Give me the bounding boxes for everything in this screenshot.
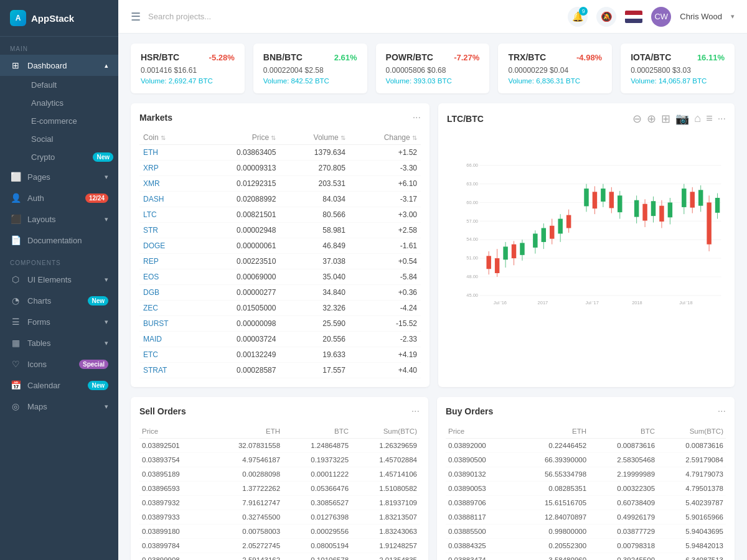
menu-toggle[interactable]: ☰ <box>131 10 141 24</box>
menu-icon[interactable]: ≡ <box>706 112 713 126</box>
order-cell: 0.20552300 <box>514 539 589 553</box>
zoom-out-icon[interactable]: ⊖ <box>632 112 642 126</box>
sidebar-item-auth[interactable]: 👤 Auth 12/24 <box>0 187 118 208</box>
sidebar-sub-dashboard: Default Analytics E-commerce Social Cryp… <box>0 76 118 166</box>
price-cell: 0.02088992 <box>197 192 280 207</box>
sidebar-item-crypto[interactable]: Crypto New <box>26 148 118 166</box>
table-row: 0.038997842.052727450.080051941.91248257 <box>139 539 420 553</box>
order-cell: 0.01276398 <box>283 510 351 525</box>
order-cell: 0.03883474 <box>446 553 514 561</box>
change-cell: +4.19 <box>349 347 421 363</box>
sidebar-item-pages[interactable]: ⬜ Pages <box>0 166 118 187</box>
sidebar-item-calendar[interactable]: 📅 Calendar New <box>0 375 118 396</box>
order-cell: 5.94842013 <box>657 539 726 553</box>
sidebar-item-icons[interactable]: ♡ Icons Special <box>0 353 118 375</box>
svg-rect-58 <box>659 206 664 222</box>
order-cell: 0.00873616 <box>589 439 657 453</box>
notifications-button[interactable]: 🔔 9 <box>568 7 588 27</box>
maps-icon: ◎ <box>10 401 21 411</box>
chart-pair: LTC/BTC <box>447 114 484 124</box>
markets-chart-row: Markets ··· Coin ⇅ Price ⇅ Volume ⇅ Chan… <box>131 103 735 387</box>
sell-orders-more[interactable]: ··· <box>411 406 420 417</box>
order-cell: 0.39245500 <box>589 553 657 561</box>
user-name[interactable]: Chris Wood <box>680 12 722 21</box>
buy-orders-header: Buy Orders ··· <box>446 406 726 417</box>
search-input[interactable] <box>148 12 285 21</box>
pages-icon: ⬜ <box>10 172 21 182</box>
sidebar-item-social[interactable]: Social <box>26 130 118 148</box>
user-menu-arrow[interactable]: ▾ <box>731 12 735 21</box>
sidebar-item-layouts[interactable]: ⬛ Layouts <box>0 208 118 230</box>
svg-text:Jul '16: Jul '16 <box>494 300 507 306</box>
sidebar-item-ecommerce[interactable]: E-commerce <box>26 112 118 130</box>
sidebar-item-dashboard[interactable]: ⊞ Dashboard <box>0 55 118 76</box>
home-icon[interactable]: ⌂ <box>694 112 701 126</box>
table-row: 0.038979327.916127470.308565271.81937109 <box>139 496 420 510</box>
sort-icon[interactable]: ⇅ <box>412 134 417 141</box>
change-cell: -4.24 <box>349 301 421 316</box>
svg-text:Jul '18: Jul '18 <box>679 300 692 306</box>
app-name: AppStack <box>31 13 74 24</box>
sidebar-item-label: Forms <box>27 317 50 327</box>
sidebar-item-maps[interactable]: ◎ Maps <box>0 396 118 417</box>
chart-more-button[interactable]: ··· <box>718 113 726 124</box>
table-row: 0.0389013256.553347982.199999894.7917907… <box>446 467 726 482</box>
sidebar-item-forms[interactable]: ☰ Forms <box>0 311 118 332</box>
order-cell: 0.03884325 <box>446 539 514 553</box>
order-cell: 2.59179084 <box>657 453 726 467</box>
coin-cell: LTC <box>139 207 197 223</box>
sidebar-item-documentation[interactable]: 📄 Documentation <box>0 230 118 251</box>
change-cell: +2.58 <box>349 223 421 238</box>
topbar-actions: 🔔 9 🔕 CW Chris Wood ▾ <box>568 7 735 27</box>
sidebar-item-label: Default <box>31 80 57 90</box>
forms-icon: ☰ <box>10 317 21 327</box>
order-cell: 4.97546187 <box>208 453 283 467</box>
table-row: 0.038834743.584809600.392455006.34087513 <box>446 553 726 561</box>
calendar-badge: New <box>88 381 108 390</box>
sort-icon[interactable]: ⇅ <box>161 134 166 141</box>
section-components-label: Components <box>0 251 118 269</box>
mute-button[interactable]: 🔕 <box>596 7 616 27</box>
sidebar-item-charts[interactable]: ◔ Charts New <box>0 290 118 311</box>
svg-rect-26 <box>503 246 507 259</box>
order-cell: 2.19999989 <box>589 467 657 482</box>
order-cell: 0.22446452 <box>514 439 589 453</box>
order-cell: 0.03893754 <box>139 453 208 467</box>
order-cell: 0.03890132 <box>446 467 514 482</box>
order-cell: 56.55334798 <box>514 467 589 482</box>
buy-orders-more[interactable]: ··· <box>718 406 726 417</box>
price-cell: 0.01292315 <box>197 176 280 192</box>
language-flag[interactable] <box>625 11 642 23</box>
coin-cell: BURST <box>139 316 197 332</box>
sell-col-eth: ETH <box>208 424 283 439</box>
order-cell: 0.03897933 <box>139 510 208 525</box>
col-price: Price ⇅ <box>197 131 280 145</box>
sidebar-item-ui-elements[interactable]: ⬡ UI Elements <box>0 269 118 290</box>
order-cell: 1.37722262 <box>208 482 283 496</box>
sidebar-item-label: Maps <box>27 402 47 411</box>
crosshair-icon[interactable]: ⊞ <box>661 112 670 126</box>
buy-col-price: Price <box>446 424 514 439</box>
ticker-card: TRX/BTC -4.98% 0.00000229 $0.04 Volume: … <box>498 44 612 93</box>
camera-icon[interactable]: 📷 <box>675 112 689 126</box>
ticker-card: POWR/BTC -7.27% 0.00005806 $0.68 Volume:… <box>376 44 490 93</box>
volume-cell: 80.566 <box>280 207 349 223</box>
order-cell: 32.07831558 <box>208 439 283 453</box>
coin-cell: STR <box>139 223 197 238</box>
zoom-in-icon[interactable]: ⊕ <box>647 112 656 126</box>
coin-cell: MAID <box>139 332 197 347</box>
order-cell: 4.79179073 <box>657 467 726 482</box>
sidebar-item-tables[interactable]: ▦ Tables <box>0 332 118 353</box>
order-cell: 1.26329659 <box>351 439 420 453</box>
table-row: 0.038855000.998000000.038777295.94043695 <box>446 525 726 539</box>
order-cell: 4.79501378 <box>657 482 726 496</box>
sidebar-item-analytics[interactable]: Analytics <box>26 94 118 112</box>
buy-orders-title: Buy Orders <box>446 406 493 416</box>
sidebar-item-default[interactable]: Default <box>26 76 118 94</box>
markets-more-button[interactable]: ··· <box>413 112 421 123</box>
ticker-volume: Volume: 393.03 BTC <box>386 77 480 85</box>
table-row: 0.0388970615.615167050.607384095.4023978… <box>446 496 726 510</box>
order-cell: 0.03890500 <box>446 453 514 467</box>
sort-icon[interactable]: ⇅ <box>271 134 276 141</box>
sort-icon[interactable]: ⇅ <box>341 134 345 141</box>
